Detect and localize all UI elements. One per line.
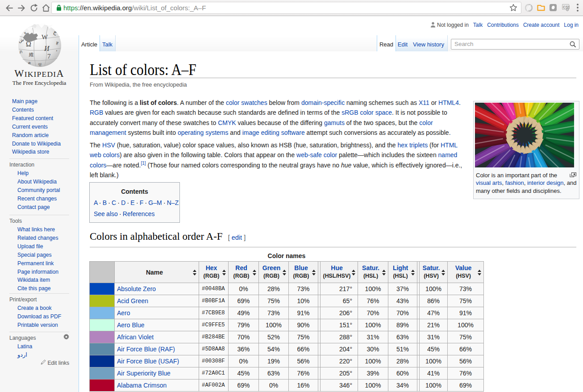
svg-text:CSS: CSS	[563, 5, 570, 9]
svg-text:И: И	[44, 45, 50, 52]
svg-text:7: 7	[47, 53, 51, 60]
svg-text:維: 維	[29, 52, 34, 57]
svg-text:W: W	[42, 33, 48, 41]
svg-text:せ: せ	[38, 62, 42, 67]
